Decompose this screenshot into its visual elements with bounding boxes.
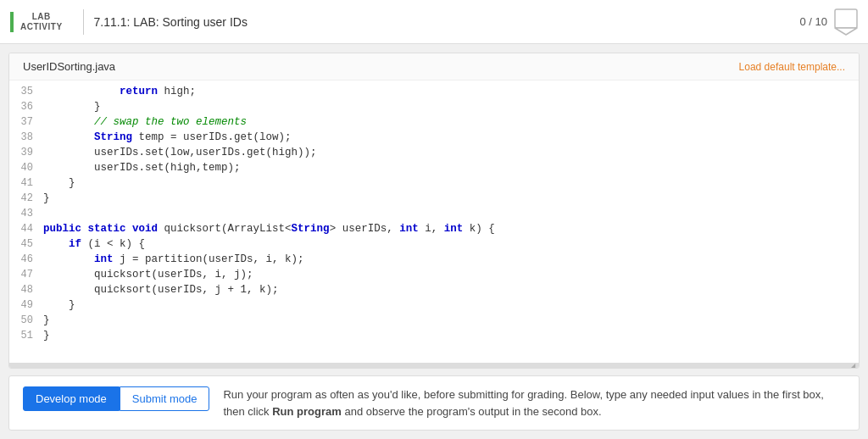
page-title: 7.11.1: LAB: Sorting user IDs: [94, 15, 800, 29]
code-line: 51}: [9, 328, 859, 343]
bottom-panel: Develop mode Submit mode Run your progra…: [8, 375, 860, 431]
code-line: 42}: [9, 191, 859, 206]
code-line: 43: [9, 206, 859, 221]
code-line: 50}: [9, 313, 859, 328]
develop-mode-button[interactable]: Develop mode: [23, 386, 120, 411]
line-number: 42: [9, 191, 43, 206]
code-line: 38 String temp = userIDs.get(low);: [9, 130, 859, 145]
lab-activity-badge: LAB ACTIVITY: [10, 12, 63, 32]
code-filename: UserIDSorting.java: [23, 60, 115, 73]
line-number: 49: [9, 297, 43, 313]
badge-icon: [834, 8, 858, 36]
line-content: if (i < k) {: [43, 236, 145, 252]
line-content: String temp = userIDs.get(low);: [43, 130, 292, 145]
line-number: 38: [9, 130, 43, 145]
line-content: quicksort(userIDs, j + 1, k);: [43, 282, 279, 297]
mode-buttons: Develop mode Submit mode: [23, 386, 209, 411]
bottom-description: Run your program as often as you'd like,…: [223, 386, 845, 420]
code-line: 47 quicksort(userIDs, i, j);: [9, 267, 859, 282]
line-content: }: [43, 328, 50, 343]
score-text: 0 / 10: [799, 15, 827, 28]
load-template-button[interactable]: Load default template...: [739, 61, 845, 73]
line-content: }: [43, 297, 75, 313]
line-number: 36: [9, 99, 43, 114]
line-number: 35: [9, 84, 43, 99]
line-content: }: [43, 99, 101, 114]
header-divider: [83, 9, 84, 35]
resize-handle[interactable]: [9, 363, 859, 368]
code-line: 45 if (i < k) {: [9, 236, 859, 252]
main-content: UserIDSorting.java Load default template…: [0, 44, 868, 439]
line-number: 46: [9, 252, 43, 267]
description-text-2: and observe the program's output in the …: [342, 405, 602, 418]
line-content: quicksort(userIDs, i, j);: [43, 267, 253, 282]
line-number: 44: [9, 221, 43, 236]
line-number: 43: [9, 206, 43, 221]
line-content: }: [43, 175, 75, 191]
header: LAB ACTIVITY 7.11.1: LAB: Sorting user I…: [0, 0, 868, 44]
line-number: 41: [9, 175, 43, 191]
line-content: }: [43, 313, 50, 328]
code-line: 40 userIDs.set(high,temp);: [9, 160, 859, 175]
code-line: 37 // swap the two elements: [9, 114, 859, 130]
line-content: userIDs.set(high,temp);: [43, 160, 241, 175]
line-content: public static void quicksort(ArrayList<S…: [43, 221, 495, 236]
code-area[interactable]: 35 return high;36 }37 // swap the two el…: [9, 81, 859, 363]
code-line: 46 int j = partition(userIDs, i, k);: [9, 252, 859, 267]
line-content: }: [43, 191, 50, 206]
lab-label: LAB: [32, 12, 51, 22]
line-number: 50: [9, 313, 43, 328]
code-line: 44public static void quicksort(ArrayList…: [9, 221, 859, 236]
line-content: // swap the two elements: [43, 114, 247, 130]
run-program-label: Run program: [272, 405, 342, 418]
code-line: 39 userIDs.set(low,userIDs.get(high));: [9, 145, 859, 160]
code-line: 35 return high;: [9, 84, 859, 99]
svg-rect-0: [835, 9, 857, 28]
line-content: userIDs.set(low,userIDs.get(high));: [43, 145, 317, 160]
line-number: 51: [9, 328, 43, 343]
line-number: 47: [9, 267, 43, 282]
code-panel: UserIDSorting.java Load default template…: [8, 53, 860, 369]
line-number: 48: [9, 282, 43, 297]
code-line: 49 }: [9, 297, 859, 313]
code-line: 41 }: [9, 175, 859, 191]
code-panel-header: UserIDSorting.java Load default template…: [9, 53, 859, 81]
line-content: int j = partition(userIDs, i, k);: [43, 252, 304, 267]
submit-mode-button[interactable]: Submit mode: [120, 386, 210, 411]
code-line: 48 quicksort(userIDs, j + 1, k);: [9, 282, 859, 297]
score-container: 0 / 10: [799, 8, 858, 36]
line-number: 40: [9, 160, 43, 175]
code-line: 36 }: [9, 99, 859, 114]
line-number: 45: [9, 236, 43, 252]
line-number: 39: [9, 145, 43, 160]
line-content: return high;: [43, 84, 196, 99]
line-number: 37: [9, 114, 43, 130]
svg-marker-1: [835, 28, 857, 35]
activity-label: ACTIVITY: [20, 22, 63, 32]
